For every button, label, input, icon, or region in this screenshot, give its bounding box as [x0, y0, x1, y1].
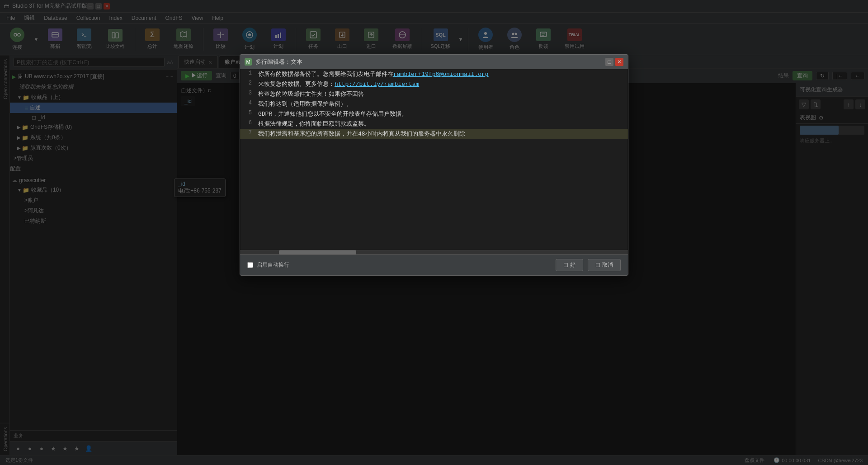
line-num-6: 6 — [240, 119, 256, 126]
line-num-7: 7 — [240, 129, 256, 136]
modal-content: 1 你所有的数据都备份了。您需要给我们发电子邮件在rambler+19fp6@o… — [240, 69, 628, 250]
line-num-3: 3 — [240, 89, 256, 96]
code-line-2: 2 来恢复您的数据。更多信息：http://bit.ly/ramblertam — [240, 79, 628, 89]
auto-wrap-label[interactable]: 启用自动换行 — [257, 261, 289, 269]
line-text-7: 我们将泄露和基露您的所有数据，并在48小时内将真从我们的服务器中永久删除 — [256, 129, 628, 139]
modal-title: 多行编辑器：文本 — [255, 58, 602, 66]
url-link[interactable]: http://bit.ly/ramblertam — [335, 81, 419, 88]
line-num-5: 5 — [240, 109, 256, 116]
email-link[interactable]: rambler+19fp6@onionmail.org — [393, 71, 489, 78]
modal-scrollbar[interactable] — [240, 250, 628, 254]
line-text-1: 你所有的数据都备份了。您需要给我们发电子邮件在rambler+19fp6@oni… — [256, 69, 628, 79]
line-num-4: 4 — [240, 99, 256, 106]
modal-overlay: M 多行编辑器：文本 □ ✕ 1 你所有的数据都备份了。您需要给我们发电子邮件在… — [0, 0, 868, 465]
code-line-6: 6 根据法律规定，你将面临巨额罚款或监禁。 — [240, 119, 628, 129]
code-line-7: 7 我们将泄露和基露您的所有数据，并在48小时内将真从我们的服务器中永久删除 — [240, 129, 628, 139]
code-line-4: 4 我们将达到（适用数据保护条例）。 — [240, 99, 628, 109]
modal-cancel-btn[interactable]: ☐ 取消 — [588, 259, 621, 271]
code-line-1: 1 你所有的数据都备份了。您需要给我们发电子邮件在rambler+19fp6@o… — [240, 69, 628, 79]
code-line-5: 5 GDPR，并通知他们您以不安全的开放表单存储用户数据。 — [240, 109, 628, 119]
modal-titlebar: M 多行编辑器：文本 □ ✕ — [240, 55, 628, 69]
cancel-checkbox-icon: ☐ — [595, 262, 600, 268]
modal-footer: 启用自动换行 ☐ 好 ☐ 取消 — [240, 254, 628, 275]
modal-controls: □ ✕ — [605, 58, 623, 66]
modal-footer-right: ☐ 好 ☐ 取消 — [556, 259, 621, 271]
line-text-2: 来恢复您的数据。更多信息：http://bit.ly/ramblertam — [256, 79, 628, 89]
line-text-5: GDPR，并通知他们您以不安全的开放表单存储用户数据。 — [256, 109, 628, 119]
ok-label: 好 — [570, 261, 576, 269]
line-num-2: 2 — [240, 79, 256, 86]
line-text-3: 检查您的垃圾邮件文件夹！如果你不回答 — [256, 89, 628, 99]
line-text-4: 我们将达到（适用数据保护条例）。 — [256, 99, 628, 109]
ok-checkbox-icon: ☐ — [563, 262, 568, 268]
line-text-6: 根据法律规定，你将面临巨额罚款或监禁。 — [256, 119, 628, 129]
modal-scrollbar-thumb[interactable] — [279, 250, 357, 254]
modal-close-btn[interactable]: ✕ — [615, 58, 623, 66]
code-line-3: 3 检查您的垃圾邮件文件夹！如果你不回答 — [240, 89, 628, 99]
line-num-1: 1 — [240, 69, 256, 76]
modal-footer-left: 启用自动换行 — [247, 261, 289, 269]
cancel-label: 取消 — [602, 261, 613, 269]
modal-dialog: M 多行编辑器：文本 □ ✕ 1 你所有的数据都备份了。您需要给我们发电子邮件在… — [240, 54, 628, 276]
modal-icon: M — [245, 58, 252, 66]
modal-maximize-btn[interactable]: □ — [605, 58, 613, 66]
modal-ok-btn[interactable]: ☐ 好 — [556, 259, 583, 271]
auto-wrap-checkbox[interactable] — [247, 262, 253, 268]
